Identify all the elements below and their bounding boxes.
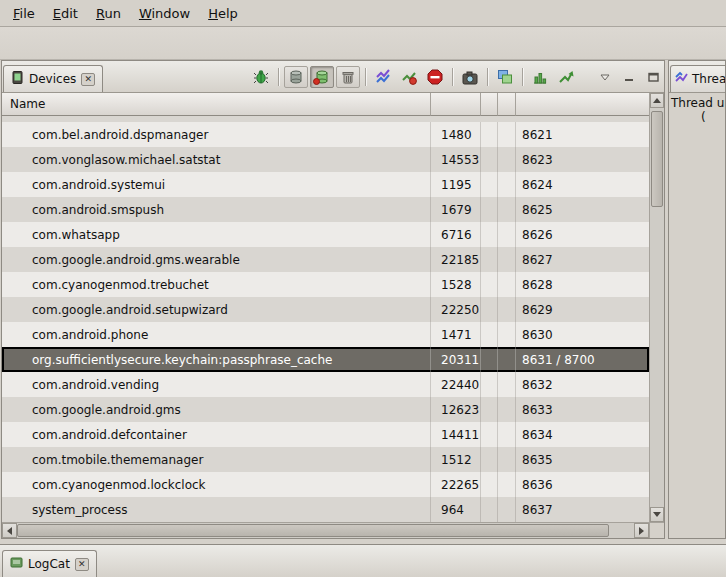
menu-window[interactable]: Window (130, 3, 199, 24)
horizontal-scrollbar[interactable] (2, 522, 664, 538)
horizontal-scroll-thumb[interactable] (17, 524, 609, 537)
vertical-scroll-track[interactable] (650, 108, 664, 507)
scroll-left-button[interactable] (2, 523, 17, 538)
table-row[interactable]: com.google.android.gms126238633 (2, 397, 649, 422)
stop-process-icon[interactable] (423, 66, 447, 88)
close-icon[interactable]: ✕ (75, 558, 89, 571)
dump-hprof-icon[interactable] (310, 66, 334, 88)
screen-record-icon[interactable] (493, 66, 517, 88)
process-pid: 12623 (431, 397, 481, 422)
vertical-scroll-thumb[interactable] (651, 111, 663, 207)
cell-blank (498, 497, 516, 522)
process-name: com.google.android.gms.wearable (2, 247, 431, 272)
debug-process-icon[interactable] (249, 66, 273, 88)
devices-tabstrip: Devices ✕ (2, 61, 664, 93)
column-header-blank[interactable] (481, 93, 498, 116)
cell-blank (481, 197, 498, 222)
process-port: 8623 (516, 147, 649, 172)
close-icon[interactable]: ✕ (81, 73, 95, 86)
table-row[interactable]: com.bel.android.dspmanager14808621 (2, 122, 649, 147)
process-name: com.cyanogenmod.trebuchet (2, 272, 431, 297)
scrollbar-corner (649, 523, 664, 538)
scroll-up-button[interactable] (650, 93, 664, 108)
table-header: Name (2, 93, 649, 116)
menu-mnemonic: W (139, 6, 152, 21)
cell-blank (481, 347, 498, 372)
logcat-icon (10, 556, 23, 572)
cell-blank (481, 472, 498, 497)
menu-mnemonic: H (208, 6, 218, 21)
process-name: com.android.systemui (2, 172, 431, 197)
cause-gc-icon[interactable] (336, 66, 360, 88)
minimize-icon[interactable] (621, 69, 637, 85)
process-port: 8637 (516, 497, 649, 522)
threads-message-line2: ( (671, 110, 723, 124)
table-row[interactable]: com.google.android.setupwizard222508629 (2, 297, 649, 322)
menu-run[interactable]: Run (87, 3, 130, 24)
cell-blank (481, 247, 498, 272)
process-name: com.vonglasow.michael.satstat (2, 147, 431, 172)
table-row[interactable]: com.cyanogenmod.lockclock222658636 (2, 472, 649, 497)
table-row[interactable]: system_process9648637 (2, 497, 649, 522)
column-header-port[interactable] (516, 93, 649, 116)
table-row[interactable]: com.android.defcontainer144118634 (2, 422, 649, 447)
sysinfo-icon[interactable] (528, 66, 552, 88)
process-pid: 14411 (431, 422, 481, 447)
trend-chart-icon[interactable] (554, 66, 578, 88)
process-port: 8621 (516, 122, 649, 147)
panel-controls (597, 69, 661, 85)
table-body: com.bel.android.dspmanager14808621 com.v… (2, 122, 649, 522)
table-row[interactable]: com.whatsapp67168626 (2, 222, 649, 247)
process-pid: 22440 (431, 372, 481, 397)
column-header-pid[interactable] (431, 93, 481, 116)
process-port: 8636 (516, 472, 649, 497)
process-port: 8629 (516, 297, 649, 322)
tab-devices[interactable]: Devices ✕ (3, 65, 103, 92)
column-header-blank[interactable] (498, 93, 516, 116)
update-heap-icon[interactable] (284, 66, 308, 88)
menu-label: dit (61, 6, 78, 21)
table-row[interactable]: com.android.phone14718630 (2, 322, 649, 347)
update-threads-icon[interactable] (371, 66, 395, 88)
column-header-name[interactable]: Name (2, 93, 431, 116)
table-row[interactable]: com.cyanogenmod.trebuchet15288628 (2, 272, 649, 297)
process-name: com.android.defcontainer (2, 422, 431, 447)
start-method-profiling-icon[interactable] (397, 66, 421, 88)
menu-label: elp (218, 6, 238, 21)
devices-panel: Devices ✕ (1, 60, 665, 539)
table-row[interactable]: com.android.smspush16798625 (2, 197, 649, 222)
process-name: com.bel.android.dspmanager (2, 122, 431, 147)
tab-logcat[interactable]: LogCat ✕ (2, 550, 97, 577)
process-pid: 1480 (431, 122, 481, 147)
table-row-selected[interactable]: org.sufficientlysecure.keychain:passphra… (2, 347, 649, 372)
toolbar-separator (278, 68, 279, 86)
view-menu-icon[interactable] (597, 69, 613, 85)
toolbar-separator (365, 68, 366, 86)
cell-blank (481, 297, 498, 322)
process-pid: 22185 (431, 247, 481, 272)
tab-threads[interactable]: Threads (670, 65, 726, 92)
scroll-right-button[interactable] (634, 523, 649, 538)
screen-capture-icon[interactable] (458, 66, 482, 88)
main-area: Devices ✕ (0, 60, 726, 539)
table-row[interactable]: com.android.vending224408632 (2, 372, 649, 397)
cell-blank (498, 197, 516, 222)
horizontal-scroll-track[interactable] (17, 523, 634, 538)
cell-blank (481, 447, 498, 472)
process-pid: 1679 (431, 197, 481, 222)
table-row[interactable]: com.vonglasow.michael.satstat145538623 (2, 147, 649, 172)
table-row[interactable]: com.tmobile.thememanager15128635 (2, 447, 649, 472)
menu-file[interactable]: File (4, 3, 44, 24)
process-port: 8628 (516, 272, 649, 297)
scroll-down-button[interactable] (650, 507, 664, 522)
vertical-scrollbar[interactable] (649, 93, 664, 522)
table-row[interactable]: com.google.android.gms.wearable221858627 (2, 247, 649, 272)
table-row[interactable]: com.android.systemui11958624 (2, 172, 649, 197)
cell-blank (481, 272, 498, 297)
process-port: 8624 (516, 172, 649, 197)
process-port: 8625 (516, 197, 649, 222)
maximize-icon[interactable] (645, 69, 661, 85)
process-name: com.tmobile.thememanager (2, 447, 431, 472)
menu-help[interactable]: Help (199, 3, 247, 24)
menu-edit[interactable]: Edit (44, 3, 87, 24)
